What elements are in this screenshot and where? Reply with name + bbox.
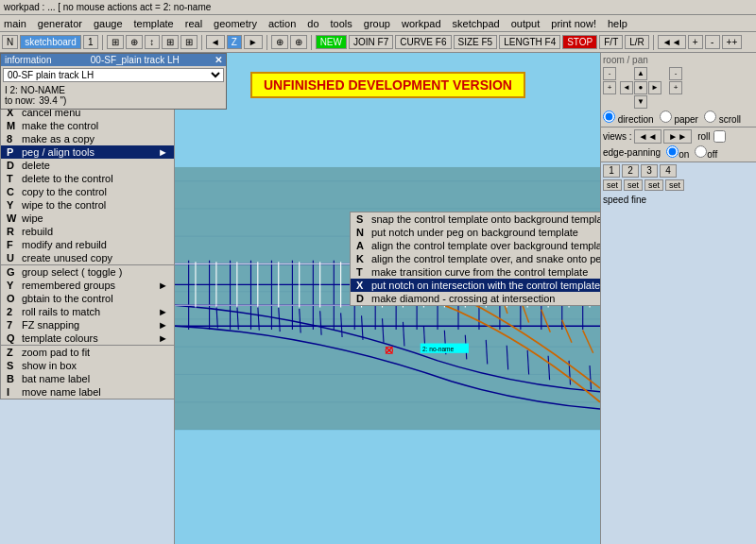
toolbar-down-arrows[interactable]: ⊕ (271, 35, 288, 49)
toolbar-join[interactable]: JOIN F7 (349, 35, 393, 49)
menu-main[interactable]: main (4, 18, 26, 29)
sub-align-over[interactable]: Aalign the control template over backgro… (351, 239, 600, 252)
dir-e[interactable]: ► (648, 81, 662, 94)
edge-on[interactable]: on (666, 145, 689, 160)
edge-off[interactable]: off (695, 145, 717, 160)
ctx-zoom-fit[interactable]: Zzoom pad to fit (1, 345, 174, 359)
sub-notch-peg[interactable]: Nput notch under peg on background templ… (351, 226, 600, 239)
toolbar-icons5[interactable]: ⊞ (180, 35, 198, 49)
dir-center[interactable]: ● (634, 81, 647, 94)
dir-ne (648, 67, 662, 80)
menu-help[interactable]: help (608, 18, 627, 29)
menu-workpad[interactable]: workpad (402, 18, 441, 29)
info-close[interactable]: ✕ (215, 55, 222, 65)
ctx-bat-label[interactable]: Bbat name label (1, 372, 174, 385)
ctx-delete[interactable]: Ddelete (1, 159, 174, 172)
toolbar-size[interactable]: SIZE F5 (454, 35, 498, 49)
ctx-rebuild[interactable]: Rrebuild (1, 225, 174, 238)
pan-plus2[interactable]: + (669, 81, 682, 94)
toolbar-icons3[interactable]: ↕ (145, 35, 160, 49)
ctx-group-select[interactable]: Ggroup select ( toggle ) (1, 264, 174, 279)
toolbar-length[interactable]: LENGTH F4 (499, 35, 560, 49)
menu-print-now[interactable]: print now! (551, 18, 596, 29)
sub-transition[interactable]: Tmake transition curve from the control … (351, 265, 600, 279)
sub-align-snake[interactable]: Kalign the control template over, and sn… (351, 252, 600, 265)
sub-diamond[interactable]: Dmake diamond - crossing at intersection (351, 292, 600, 305)
toolbar-down-arrows2[interactable]: ⊕ (290, 35, 307, 49)
ctx-fz-snap[interactable]: 7FZ snapping► (1, 318, 174, 332)
ctx-gbtain[interactable]: Ogbtain to the control (1, 292, 174, 305)
dir-n[interactable]: ▲ (634, 67, 647, 80)
toolbar-lr[interactable]: L/R (625, 35, 649, 49)
menu-output[interactable]: output (511, 18, 541, 29)
sub-snap[interactable]: Ssnap the control template onto backgrou… (351, 212, 600, 226)
ctx-template-colours[interactable]: Qtemplate colours► (1, 332, 174, 345)
pan-minus[interactable]: - (603, 67, 616, 80)
pan-plus[interactable]: + (603, 81, 616, 94)
radio-paper[interactable]: paper (660, 110, 698, 125)
ctx-peg-align[interactable]: Ppeg / align tools► (1, 145, 174, 159)
set-1[interactable]: set (603, 179, 622, 191)
ctx-make-control[interactable]: Mmake the control (1, 119, 174, 132)
toolbar-ft[interactable]: F/T (599, 35, 623, 49)
toolbar-plus[interactable]: + (688, 35, 703, 49)
toolbar-icons2[interactable]: ⊕ (126, 35, 143, 49)
menu-generator[interactable]: generator (38, 18, 82, 29)
ctx-show-box[interactable]: Sshow in box (1, 359, 174, 372)
sub-notch-intersect[interactable]: Xput notch on intersection with the cont… (351, 279, 600, 292)
toolbar-n[interactable]: N (2, 35, 18, 49)
toolbar-curve[interactable]: CURVE F6 (395, 35, 451, 49)
menu-group[interactable]: group (364, 18, 390, 29)
toolbar-minus[interactable]: - (705, 35, 720, 49)
toolbar-plus-plus[interactable]: ++ (722, 35, 743, 49)
ctx-wipe-control[interactable]: Ywipe to the control (1, 198, 174, 212)
ctx-roll-rails[interactable]: 2roll rails to match► (1, 305, 174, 318)
radio-direction[interactable]: direction (603, 110, 654, 125)
set-3[interactable]: set (644, 179, 663, 191)
separator3 (266, 35, 267, 50)
ctx-remembered[interactable]: Yremembered groups► (1, 279, 174, 292)
toolbar-right-arrow[interactable]: ► (244, 35, 263, 49)
toolbar-stop[interactable]: STOP (562, 35, 597, 49)
ctx-wipe[interactable]: Wwipe (1, 212, 174, 225)
toolbar-new[interactable]: NEW (316, 35, 347, 49)
set-2[interactable]: set (624, 179, 643, 191)
ctx-move-label[interactable]: Imove name label (1, 385, 174, 399)
toolbar-1[interactable]: 1 (83, 35, 98, 49)
ctx-delete-control[interactable]: Tdelete to the control (1, 172, 174, 185)
toolbar-icons4[interactable]: ⊞ (162, 35, 179, 49)
ctx-copy-control[interactable]: Ccopy to the control (1, 185, 174, 198)
roll-checkbox[interactable] (713, 130, 726, 143)
ctx-unused-copy[interactable]: Ucreate unused copy (1, 251, 174, 264)
views-prev[interactable]: ◄◄ (634, 129, 662, 144)
ctx-modify-rebuild[interactable]: Fmodify and rebuild (1, 238, 174, 251)
views-next[interactable]: ►► (663, 129, 692, 144)
menu-tools[interactable]: tools (331, 18, 352, 29)
dir-s[interactable]: ▼ (634, 95, 647, 109)
menu-do[interactable]: do (307, 18, 318, 29)
num-1[interactable]: 1 (603, 164, 620, 178)
menu-real[interactable]: real (185, 18, 202, 29)
submenu1: Ssnap the control template onto backgrou… (350, 212, 600, 306)
num-3[interactable]: 3 (641, 164, 658, 178)
radio-scroll[interactable]: scroll (704, 110, 741, 125)
info-dropdown[interactable]: 00-SF plain track LH (3, 68, 224, 82)
toolbar-back-arrows[interactable]: ◄◄ (658, 35, 686, 49)
ctx-make-copy[interactable]: 8make as a copy (1, 132, 174, 145)
set-4[interactable]: set (665, 179, 684, 191)
menu-sketchpad[interactable]: sketchpad (453, 18, 500, 29)
dir-w[interactable]: ◄ (620, 81, 633, 94)
toolbar-icons[interactable]: ⊞ (107, 35, 124, 49)
canvas-area[interactable]: UNFINISHED DEVELOPMENT VERSION (175, 53, 600, 544)
num-4[interactable]: 4 (660, 164, 677, 178)
toolbar-sketchboard[interactable]: sketchboard (20, 35, 80, 49)
toolbar-left-arrow[interactable]: ◄ (206, 35, 225, 49)
pan-minus2[interactable]: - (669, 67, 682, 80)
menu-geometry[interactable]: geometry (214, 18, 257, 29)
menu-gauge[interactable]: gauge (94, 18, 123, 29)
toolbar-z[interactable]: Z (227, 35, 242, 49)
menu-template[interactable]: template (134, 18, 174, 29)
roll-label: roll (697, 131, 710, 142)
num-2[interactable]: 2 (622, 164, 639, 178)
menu-action[interactable]: action (268, 18, 296, 29)
